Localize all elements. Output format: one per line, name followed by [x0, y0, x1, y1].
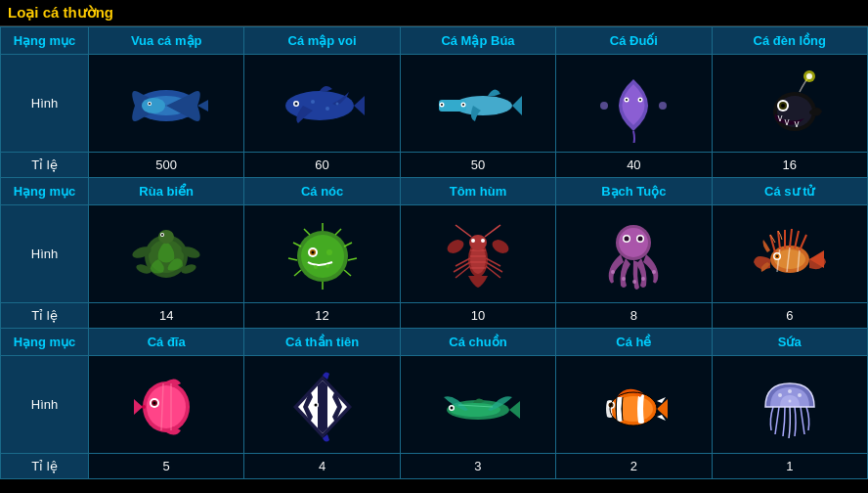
fish-img-1-0 [122, 65, 210, 143]
ratio-label-2: Tỉ lệ [1, 303, 89, 329]
svg-point-64 [445, 237, 466, 255]
header-row-1: Hạng mục Vua cá mập Cá mập voi Cá Mập Bú… [1, 27, 868, 55]
svg-line-94 [795, 231, 799, 248]
ratio-label-3: Tỉ lệ [1, 454, 89, 479]
ratio-ca-than-tien: 4 [244, 454, 400, 479]
fish-img-2-2 [434, 215, 522, 293]
svg-point-53 [311, 250, 314, 253]
col-label-3: Hạng mục [1, 329, 89, 356]
svg-point-108 [314, 403, 317, 406]
ratio-tom-hum: 10 [400, 303, 555, 329]
svg-point-120 [778, 393, 782, 397]
page-title: Loại cá thường [8, 4, 113, 21]
fish-img-1-3 [589, 65, 677, 143]
svg-line-46 [288, 258, 297, 260]
img-vua-ca-map [89, 55, 244, 153]
svg-point-77 [625, 236, 629, 241]
svg-point-8 [311, 100, 315, 104]
svg-point-72 [471, 239, 475, 243]
header-row-2: Hạng mục Rùa biển Cá nóc Tôm hùm Bạch Tu… [1, 178, 868, 205]
col-ca-dia: Cá đĩa [89, 329, 244, 356]
svg-point-80 [611, 270, 615, 274]
svg-point-73 [481, 239, 485, 243]
svg-point-122 [798, 393, 802, 397]
svg-point-112 [450, 406, 453, 409]
ratio-sua: 1 [712, 454, 867, 479]
header-row-3: Hạng mục Cá đĩa Cá thần tiên Cá chuồn Cá… [1, 329, 868, 356]
col-ca-map-bua: Cá Mập Búa [400, 27, 555, 55]
fish-img-3-2 [434, 366, 522, 444]
img-tom-hum [400, 205, 555, 303]
svg-line-70 [486, 262, 502, 272]
fish-img-2-4 [746, 215, 834, 293]
image-row-2: Hình [1, 205, 868, 303]
col-ca-than-tien: Cá thần tiên [244, 329, 400, 356]
ratio-ca-duoi: 40 [556, 153, 712, 178]
svg-point-121 [788, 389, 792, 393]
fish-img-1-2 [434, 65, 522, 143]
svg-point-56 [314, 265, 318, 269]
col-tom-hum: Tôm hùm [400, 178, 555, 205]
ratio-ca-map-bua: 50 [400, 153, 555, 178]
col-label-1: Hạng mục [1, 27, 89, 55]
col-ca-noc: Cá nóc [244, 178, 400, 205]
svg-point-18 [626, 99, 628, 101]
svg-line-47 [348, 258, 357, 260]
ratio-bach-tuoc: 8 [556, 303, 712, 329]
svg-point-14 [441, 104, 443, 106]
fish-img-3-4 [746, 366, 834, 444]
svg-point-7 [294, 102, 297, 105]
col-ca-den-long: Cá đèn lồng [712, 27, 867, 55]
svg-point-34 [161, 234, 163, 236]
col-label-2: Hạng mục [1, 178, 89, 205]
svg-point-65 [490, 237, 511, 255]
image-label-3: Hình [1, 356, 89, 454]
svg-point-63 [469, 235, 487, 250]
ratio-ca-chuon: 3 [400, 454, 555, 479]
svg-point-82 [632, 280, 636, 284]
svg-line-66 [456, 258, 470, 266]
svg-point-22 [659, 102, 667, 110]
fish-img-3-3 [589, 366, 677, 444]
ratio-row-1: Tỉ lệ 500 60 50 40 16 [1, 153, 868, 178]
ratio-ca-den-long: 16 [712, 153, 867, 178]
fish-img-2-1 [279, 215, 367, 293]
fish-img-3-1 [279, 366, 367, 444]
title-bar: Loại cá thường [0, 0, 868, 26]
svg-point-84 [652, 270, 656, 274]
svg-line-43 [344, 243, 352, 246]
img-ca-noc [244, 205, 400, 303]
svg-line-45 [293, 243, 301, 246]
img-rua-bien [89, 205, 244, 303]
image-row-1: Hình [1, 55, 868, 153]
ratio-row-2: Tỉ lệ 14 12 10 8 6 [1, 303, 868, 329]
ratio-label-1: Tỉ lệ [1, 153, 89, 178]
image-row-3: Hình [1, 356, 868, 454]
svg-line-48 [294, 270, 301, 276]
img-ca-map-bua [400, 55, 555, 153]
img-ca-den-long [712, 55, 867, 153]
img-ca-map-voi [244, 55, 400, 153]
ratio-ca-map-voi: 60 [244, 153, 400, 178]
ratio-ca-su-tu: 6 [712, 303, 867, 329]
img-ca-chuon [400, 356, 555, 454]
svg-point-83 [641, 277, 645, 281]
svg-line-49 [344, 270, 351, 276]
col-rua-bien: Rùa biển [89, 178, 244, 205]
svg-line-69 [486, 258, 500, 266]
fish-img-3-0 [122, 366, 210, 444]
svg-line-67 [454, 262, 470, 272]
col-bach-tuoc: Bạch Tuộc [556, 178, 712, 205]
col-ca-he: Cá hề [556, 329, 712, 356]
fish-img-1-1 [279, 65, 367, 143]
svg-point-55 [326, 264, 329, 268]
svg-line-44 [304, 229, 310, 235]
col-ca-map-voi: Cá mập voi [244, 27, 400, 55]
svg-point-123 [788, 399, 791, 402]
svg-point-10 [335, 102, 338, 105]
image-label-2: Hình [1, 205, 89, 303]
ratio-row-3: Tỉ lệ 5 4 3 2 1 [1, 454, 868, 479]
img-ca-dia [89, 356, 244, 454]
ratio-ca-dia: 5 [89, 454, 244, 479]
img-ca-he [556, 356, 712, 454]
